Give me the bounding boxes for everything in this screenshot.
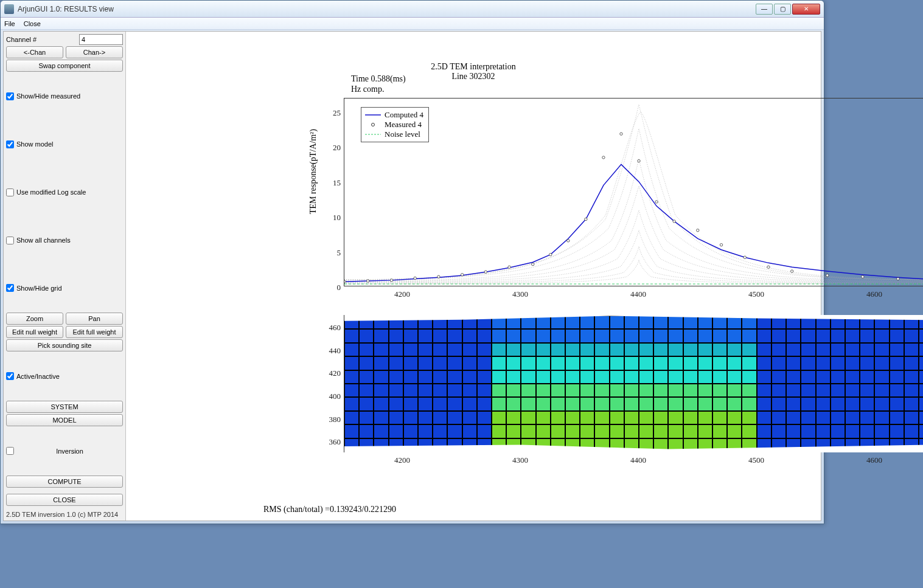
y-tick: 25 <box>333 108 341 118</box>
pick-sounding-site-button[interactable]: Pick sounding site <box>6 339 123 351</box>
y-tick: 460 <box>329 323 341 333</box>
close-button[interactable]: CLOSE <box>6 494 123 506</box>
y-tick: 0 <box>337 283 341 292</box>
edit-full-weight-button[interactable]: Edit full weight <box>66 326 123 338</box>
svg-point-3 <box>390 279 392 282</box>
svg-point-1 <box>344 280 346 283</box>
show-grid-label: Show/Hide grid <box>16 285 62 292</box>
version-text: 2.5D TEM inversion 1.0 (c) MTP 2014 <box>6 511 123 518</box>
svg-point-4 <box>414 277 416 279</box>
show-model-label: Show model <box>16 140 54 148</box>
chart-area: 2.5D TEM interpretation Line 302302 Time… <box>125 32 821 521</box>
svg-point-17 <box>673 220 675 223</box>
x-tick: 4200 <box>394 455 410 465</box>
system-button[interactable]: SYSTEM <box>6 401 123 413</box>
prev-chan-button[interactable]: <-Chan <box>6 46 63 58</box>
y-tick: 10 <box>333 213 341 223</box>
channel-label: Channel # <box>6 36 77 43</box>
svg-point-25 <box>897 277 899 280</box>
zoom-button[interactable]: Zoom <box>6 313 63 325</box>
y-tick: 400 <box>329 392 341 401</box>
swap-component-button[interactable]: Swap component <box>6 60 123 72</box>
edit-null-weight-button[interactable]: Edit null weight <box>6 326 63 338</box>
app-window: ArjunGUI 1.0: RESULTS view — ▢ ✕ File Cl… <box>0 0 824 524</box>
svg-point-5 <box>437 275 440 278</box>
logscale-label: Use modified Log scale <box>16 189 86 196</box>
y-tick: 15 <box>333 178 341 188</box>
svg-point-8 <box>508 266 510 268</box>
response-plot: 0510152025 42004300440045004600 <box>344 98 923 286</box>
rms-text: RMS (chan/total) =0.139243/0.221290 <box>263 505 396 514</box>
titlebar: ArjunGUI 1.0: RESULTS view — ▢ ✕ <box>1 1 824 18</box>
svg-point-19 <box>720 244 722 246</box>
x-tick: 4500 <box>748 455 764 465</box>
all-channels-label: Show all channels <box>16 237 71 244</box>
menubar: File Close <box>1 18 824 30</box>
y-tick: 20 <box>333 143 341 153</box>
svg-point-20 <box>744 256 746 258</box>
svg-point-21 <box>767 266 770 268</box>
inversion-label: Inversion <box>56 448 83 455</box>
pan-button[interactable]: Pan <box>66 313 123 325</box>
maximize-button[interactable]: ▢ <box>774 4 791 15</box>
sidebar: Channel # <-Chan Chan-> Swap component S… <box>4 32 125 521</box>
y-axis-label: TEM response(pT/A/m²) <box>308 129 318 214</box>
svg-point-16 <box>655 201 658 203</box>
svg-point-7 <box>484 271 487 273</box>
window-title: ArjunGUI 1.0: RESULTS view <box>18 5 756 13</box>
menu-file[interactable]: File <box>4 20 15 27</box>
show-model-checkbox[interactable] <box>6 140 14 148</box>
x-tick: 4600 <box>866 455 882 465</box>
svg-point-11 <box>567 240 569 242</box>
svg-point-14 <box>620 133 622 135</box>
svg-point-9 <box>532 263 534 265</box>
y-tick: 380 <box>329 415 341 424</box>
x-tick: 4400 <box>630 289 646 299</box>
svg-point-12 <box>585 218 587 220</box>
time-label: Time 0.588(ms) <box>351 74 406 85</box>
svg-point-15 <box>638 159 640 162</box>
section-plot: 360380400420440460 42004300440045004600 <box>344 315 923 452</box>
svg-point-10 <box>549 253 552 255</box>
svg-point-18 <box>697 229 699 232</box>
x-tick: 4200 <box>394 289 410 299</box>
legend-computed: Computed 4 <box>385 110 423 120</box>
legend-measured: Measured 4 <box>385 120 422 130</box>
legend-noise: Noise level <box>385 130 420 139</box>
y-tick: 360 <box>329 437 341 447</box>
inversion-checkbox[interactable] <box>6 447 14 455</box>
menu-close[interactable]: Close <box>24 20 41 27</box>
content-pane: Channel # <-Chan Chan-> Swap component S… <box>3 31 821 521</box>
show-measured-checkbox[interactable] <box>6 92 14 100</box>
svg-point-22 <box>790 270 793 272</box>
svg-point-23 <box>826 274 829 277</box>
x-tick: 4600 <box>866 289 882 299</box>
svg-point-24 <box>862 275 864 278</box>
x-tick: 4300 <box>512 289 528 299</box>
svg-point-28 <box>372 123 375 126</box>
x-tick: 4500 <box>748 289 764 299</box>
chart-subtitle: Line 302302 <box>126 72 821 81</box>
logscale-checkbox[interactable] <box>6 189 14 196</box>
show-grid-checkbox[interactable] <box>6 284 14 292</box>
y-tick: 420 <box>329 368 341 378</box>
all-channels-checkbox[interactable] <box>6 237 14 244</box>
close-window-button[interactable]: ✕ <box>792 4 820 15</box>
active-inactive-label: Active/Inactive <box>16 373 60 380</box>
app-icon <box>4 4 14 14</box>
x-tick: 4300 <box>512 455 528 465</box>
svg-point-13 <box>602 156 605 159</box>
svg-point-6 <box>461 274 463 276</box>
channel-input[interactable] <box>79 34 123 45</box>
compute-button[interactable]: COMPUTE <box>6 476 123 488</box>
active-inactive-checkbox[interactable] <box>6 372 14 380</box>
chart-title: 2.5D TEM interpretation <box>126 62 821 72</box>
next-chan-button[interactable]: Chan-> <box>66 46 123 58</box>
y-tick: 440 <box>329 346 341 356</box>
y-tick: 5 <box>337 248 341 258</box>
svg-point-2 <box>367 280 369 282</box>
show-measured-label: Show/Hide measured <box>16 92 80 100</box>
minimize-button[interactable]: — <box>756 4 773 15</box>
legend: Computed 4 Measured 4 Noise level <box>361 107 429 142</box>
model-button[interactable]: MODEL <box>6 414 123 426</box>
